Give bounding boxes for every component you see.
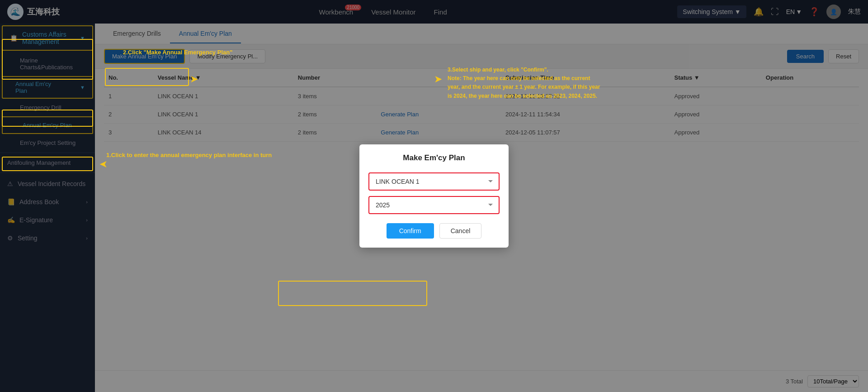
vessel-select-wrapper: LINK OCEAN 1 LINK OCEAN 14	[368, 172, 500, 191]
vessel-select[interactable]: LINK OCEAN 1 LINK OCEAN 14	[369, 173, 499, 190]
make-emcy-plan-modal: Make Em'cy Plan LINK OCEAN 1 LINK OCEAN …	[359, 144, 509, 248]
modal-title: Make Em'cy Plan	[359, 144, 509, 168]
confirm-button[interactable]: Confirm	[387, 223, 434, 239]
cancel-button[interactable]: Cancel	[439, 223, 482, 239]
modal-footer: Confirm Cancel	[359, 223, 509, 248]
year-select-wrapper: 2023 2024 2025	[368, 196, 500, 214]
modal-overlay: Make Em'cy Plan LINK OCEAN 1 LINK OCEAN …	[0, 0, 868, 392]
year-select[interactable]: 2023 2024 2025	[369, 197, 499, 213]
modal-body: LINK OCEAN 1 LINK OCEAN 14 2023 2024 202…	[359, 168, 509, 223]
